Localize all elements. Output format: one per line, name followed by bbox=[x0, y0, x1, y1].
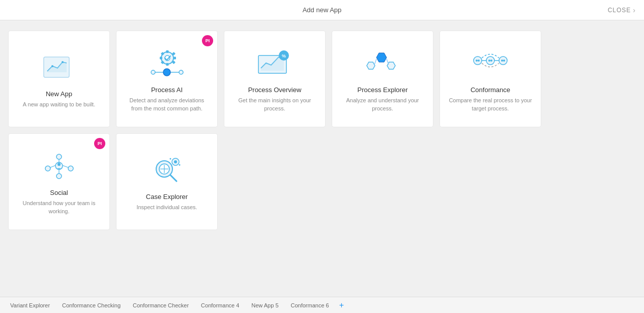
close-label: CLOSE bbox=[608, 7, 631, 14]
svg-point-43 bbox=[57, 163, 61, 166]
svg-line-26 bbox=[374, 59, 376, 65]
card-process-explorer[interactable]: Process Explorer Analyze and understand … bbox=[332, 31, 433, 127]
svg-point-38 bbox=[56, 154, 62, 159]
footer-tab-conformance-checker[interactable]: Conformance Checker bbox=[127, 300, 195, 310]
case-explorer-icon bbox=[147, 152, 187, 188]
card-process-ai-name: Process AI bbox=[151, 86, 183, 94]
card-case-explorer-name: Case Explorer bbox=[146, 193, 188, 201]
svg-point-39 bbox=[45, 166, 50, 171]
footer-tabs: Variant Explorer Conformance Checking Co… bbox=[0, 297, 644, 313]
card-new-app-name: New App bbox=[46, 90, 72, 98]
footer-tab-conformance-4[interactable]: Conformance 4 bbox=[195, 300, 245, 310]
footer-tab-variant-explorer[interactable]: Variant Explorer bbox=[4, 300, 56, 310]
svg-marker-22 bbox=[376, 53, 387, 62]
svg-marker-24 bbox=[367, 62, 375, 69]
svg-rect-9 bbox=[173, 57, 176, 60]
svg-point-56 bbox=[179, 164, 181, 165]
footer-tab-new-app-5[interactable]: New App 5 bbox=[245, 300, 284, 310]
svg-point-55 bbox=[170, 158, 171, 159]
card-conformance-name: Conformance bbox=[471, 86, 510, 94]
card-process-overview-desc: Get the main insights on your process. bbox=[232, 97, 317, 112]
svg-rect-7 bbox=[166, 63, 168, 66]
svg-line-25 bbox=[387, 59, 389, 65]
app-grid: New App A new app waiting to be built. P… bbox=[8, 31, 636, 230]
svg-point-15 bbox=[151, 70, 155, 74]
card-process-overview-name: Process Overview bbox=[248, 86, 302, 94]
svg-point-32 bbox=[503, 60, 505, 62]
footer-tab-conformance-checking[interactable]: Conformance Checking bbox=[56, 300, 127, 310]
svg-point-28 bbox=[476, 60, 478, 62]
footer-tab-conformance-6[interactable]: Conformance 6 bbox=[285, 300, 335, 310]
card-new-app[interactable]: New App A new app waiting to be built. bbox=[8, 31, 110, 127]
conformance-icon bbox=[470, 45, 511, 81]
process-ai-badge: PI bbox=[202, 35, 213, 46]
svg-point-2 bbox=[51, 65, 53, 67]
add-tab-button[interactable]: + bbox=[335, 301, 348, 309]
close-button[interactable]: CLOSE › bbox=[608, 6, 636, 14]
card-case-explorer-desc: Inspect individual cases. bbox=[136, 204, 197, 211]
process-overview-icon: % bbox=[254, 45, 295, 81]
process-ai-icon bbox=[147, 45, 187, 81]
svg-point-35 bbox=[490, 60, 492, 62]
card-process-explorer-desc: Analyze and understand your process. bbox=[340, 97, 425, 112]
svg-point-29 bbox=[478, 60, 480, 62]
card-social-name: Social bbox=[50, 189, 68, 196]
header-title: Add new App bbox=[303, 6, 342, 14]
svg-line-52 bbox=[170, 175, 177, 181]
card-process-overview[interactable]: % Process Overview Get the main insights… bbox=[224, 31, 326, 127]
card-conformance-desc: Compare the real process to your target … bbox=[448, 97, 533, 112]
card-case-explorer[interactable]: Case Explorer Inspect individual cases. bbox=[116, 133, 218, 230]
close-arrow-icon: › bbox=[633, 6, 636, 14]
main-content: New App A new app waiting to be built. P… bbox=[0, 20, 644, 297]
card-process-ai-desc: Detect and analyze deviations from the m… bbox=[125, 97, 209, 112]
social-badge: PI bbox=[94, 138, 105, 149]
svg-text:%: % bbox=[281, 53, 285, 59]
new-app-icon bbox=[39, 49, 79, 85]
svg-point-41 bbox=[56, 174, 62, 179]
card-social-desc: Understand how your team is working. bbox=[17, 200, 101, 215]
svg-point-31 bbox=[501, 60, 503, 62]
svg-point-54 bbox=[174, 160, 177, 163]
svg-line-46 bbox=[63, 165, 68, 167]
svg-line-45 bbox=[50, 165, 55, 167]
card-new-app-desc: A new app waiting to be built. bbox=[23, 101, 95, 108]
svg-rect-6 bbox=[166, 50, 168, 53]
card-process-ai[interactable]: PI bbox=[116, 31, 218, 127]
svg-point-40 bbox=[68, 166, 73, 171]
card-conformance[interactable]: Conformance Compare the real process to … bbox=[440, 31, 541, 127]
social-icon bbox=[39, 148, 79, 184]
svg-point-16 bbox=[163, 69, 170, 76]
svg-point-17 bbox=[179, 70, 183, 74]
process-explorer-icon bbox=[362, 45, 403, 81]
svg-rect-8 bbox=[160, 57, 162, 60]
svg-point-34 bbox=[488, 60, 490, 62]
card-process-explorer-name: Process Explorer bbox=[358, 86, 408, 94]
svg-point-3 bbox=[62, 61, 64, 63]
app-header: Add new App CLOSE › bbox=[0, 0, 644, 20]
card-social[interactable]: PI Socia bbox=[8, 133, 110, 230]
